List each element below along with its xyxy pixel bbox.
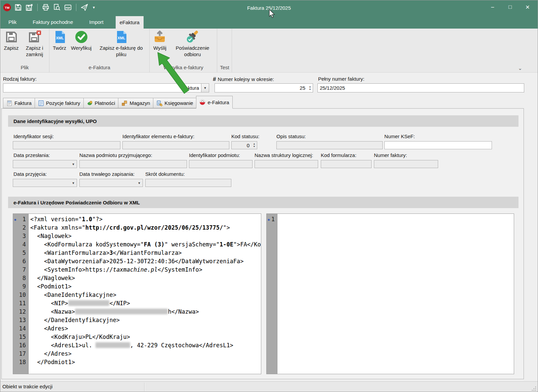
- ribbon-button-label: Zapisz i zamknij: [24, 45, 46, 57]
- status-desc-field[interactable]: [276, 141, 383, 149]
- receiver-name-input[interactable]: [80, 160, 187, 168]
- element-id-field[interactable]: [122, 141, 229, 149]
- print-icon[interactable]: [42, 3, 50, 11]
- invoice-type-input[interactable]: [3, 84, 201, 92]
- line-number: 17: [13, 350, 26, 358]
- send-plane-icon[interactable]: [80, 3, 88, 11]
- zapisz-button[interactable]: Zapisz: [1, 29, 21, 51]
- logical-structure-input[interactable]: [255, 160, 318, 168]
- form-code-field[interactable]: [321, 160, 372, 168]
- ribbon-tab-faktury-pochodne[interactable]: Faktury pochodne: [29, 15, 77, 29]
- full-number-label: Pełny numer faktury:: [318, 76, 364, 82]
- dropdown-icon[interactable]: ▾: [70, 160, 77, 168]
- tm-logo-icon[interactable]: TM: [3, 3, 11, 11]
- status-code-input[interactable]: [232, 142, 252, 149]
- session-id-label: Identyfikator sesji:: [13, 133, 54, 139]
- invoice-number-field[interactable]: [374, 160, 438, 168]
- doc-tab-magazyn[interactable]: Magazyn: [118, 98, 153, 108]
- ribbon-collapse-chevron-icon[interactable]: ⌄: [518, 65, 522, 71]
- maximize-button[interactable]: □: [501, 1, 519, 13]
- receiver-name-field[interactable]: [79, 160, 187, 168]
- subject-id-label: Identyfikator podmiotu:: [189, 152, 240, 158]
- resize-grip[interactable]: [531, 386, 537, 391]
- ksef-number-input[interactable]: [385, 142, 492, 149]
- weryfikuj-button[interactable]: Weryfikuj: [69, 29, 94, 51]
- dropdown-icon[interactable]: ▾: [70, 179, 77, 187]
- minimize-button[interactable]: –: [484, 1, 501, 13]
- save-icon[interactable]: [14, 3, 22, 11]
- full-number-input[interactable]: [318, 84, 524, 92]
- save-close-icon[interactable]: [25, 3, 33, 11]
- doc-tab-faktura[interactable]: Faktura: [3, 98, 35, 108]
- session-id-input[interactable]: [13, 142, 120, 149]
- line-number: 5: [13, 249, 26, 257]
- doc-tab-label: e-Faktura: [207, 100, 229, 105]
- sent-date-combo[interactable]: ▾: [13, 160, 77, 168]
- full-number-field[interactable]: [317, 83, 524, 92]
- tworz-button[interactable]: XMLTwórz: [50, 29, 69, 51]
- form-code-input[interactable]: [321, 160, 371, 168]
- sequence-number-input[interactable]: [215, 84, 307, 92]
- ribbon: ZapiszZapisz i zamknijPlikXMLTwórzWeryfi…: [0, 29, 538, 73]
- element-id-input[interactable]: [123, 142, 229, 149]
- ribbon-tab-efaktura[interactable]: eFaktura: [116, 16, 144, 29]
- sent-date-label: Data przesłania:: [13, 152, 50, 158]
- line-number: 6: [13, 257, 26, 266]
- close-button[interactable]: ✕: [519, 1, 536, 13]
- persist-date-input[interactable]: [80, 179, 136, 187]
- spinner-arrows-icon[interactable]: ▲▼: [252, 142, 257, 149]
- tab-items-icon: [38, 100, 44, 106]
- ribbon-button-label: Wyślij: [153, 45, 166, 51]
- xml-line: 6 <DataWytworzeniaFa>2025-12-30T22:40:36…: [28, 257, 261, 266]
- ribbon-tab-plik[interactable]: Plik: [4, 15, 21, 29]
- doc-tab-pozycje-faktury[interactable]: Pozycje faktury: [35, 98, 84, 108]
- tab-accounting-icon: [156, 100, 162, 106]
- status-desc-input[interactable]: [277, 142, 382, 149]
- xml-line: 1✱<?xml version="1.0"?>: [28, 215, 261, 224]
- wyslij-button[interactable]: Wyślij: [151, 29, 169, 51]
- logical-structure-field[interactable]: [255, 160, 318, 168]
- invoice-type-dropdown-icon[interactable]: ▾: [201, 84, 209, 92]
- doc-tab-platnosci[interactable]: Płatności: [83, 98, 119, 108]
- status-message: Obiekt w trakcie edycji: [2, 384, 52, 389]
- print-preview-icon[interactable]: [53, 3, 61, 11]
- save-close-icon: [28, 30, 41, 44]
- doc-tab-ksiegowanie[interactable]: Księgowanie: [153, 98, 196, 108]
- line-number: 18: [13, 358, 26, 366]
- xml-editor-efaktura[interactable]: 1✱<?xml version="1.0"?>2<Faktura xmlns="…: [13, 213, 261, 374]
- zapisz-e-fakture-do-pliku-button[interactable]: XMLZapisz e-fakturę do pliku: [94, 29, 148, 57]
- logical-structure-label: Nazwa struktury logicznej:: [255, 152, 313, 158]
- document-hash-field[interactable]: [145, 179, 231, 187]
- doc-tab-e-faktura[interactable]: e-Faktura: [196, 96, 232, 109]
- pdf-export-icon[interactable]: PDF: [64, 3, 72, 11]
- ribbon-group-label: Test: [217, 65, 232, 72]
- xml-line: 3 <Naglowek>: [28, 232, 261, 240]
- invoice-type-combo[interactable]: ▾: [3, 83, 209, 92]
- poswiadczenie-odbioru-button[interactable]: Poświadczenie odbioru: [169, 29, 216, 57]
- send-inbox-icon: [153, 30, 166, 44]
- status-desc-label: Opis statusu:: [276, 133, 306, 139]
- line-number: 11: [13, 299, 26, 308]
- zapisz-i-zamknij-button[interactable]: Zapisz i zamknij: [21, 29, 48, 57]
- invoice-number-input[interactable]: [374, 160, 438, 168]
- session-id-field[interactable]: [13, 141, 120, 149]
- receiver-name-label: Nazwa podmiotu przyjmującego:: [79, 152, 152, 158]
- accept-date-combo[interactable]: ▾: [13, 179, 77, 187]
- xml-editor-upo[interactable]: 1✱: [266, 213, 514, 374]
- subject-id-field[interactable]: [189, 160, 253, 168]
- ribbon-tab-import[interactable]: Import: [85, 15, 108, 29]
- document-hash-input[interactable]: [146, 179, 231, 187]
- persist-date-combo[interactable]: ▾: [79, 179, 143, 187]
- sent-date-input[interactable]: [13, 160, 70, 168]
- spinner-arrows-icon[interactable]: ▲▼: [307, 84, 313, 92]
- toolbar-overflow-chevron-icon[interactable]: ▾: [91, 5, 96, 10]
- svg-text:PDF: PDF: [66, 7, 71, 9]
- line-number: 12: [13, 308, 26, 316]
- invoice-header-form: Rodzaj faktury: ▾ #Numer kolejny w okres…: [0, 73, 538, 95]
- sequence-number-spinner[interactable]: ▲▼: [215, 83, 313, 92]
- subject-id-input[interactable]: [189, 160, 252, 168]
- ksef-number-field[interactable]: [384, 141, 492, 149]
- dropdown-icon[interactable]: ▾: [136, 179, 143, 187]
- accept-date-input[interactable]: [13, 179, 70, 187]
- status-code-spinner[interactable]: ▲▼: [231, 141, 257, 149]
